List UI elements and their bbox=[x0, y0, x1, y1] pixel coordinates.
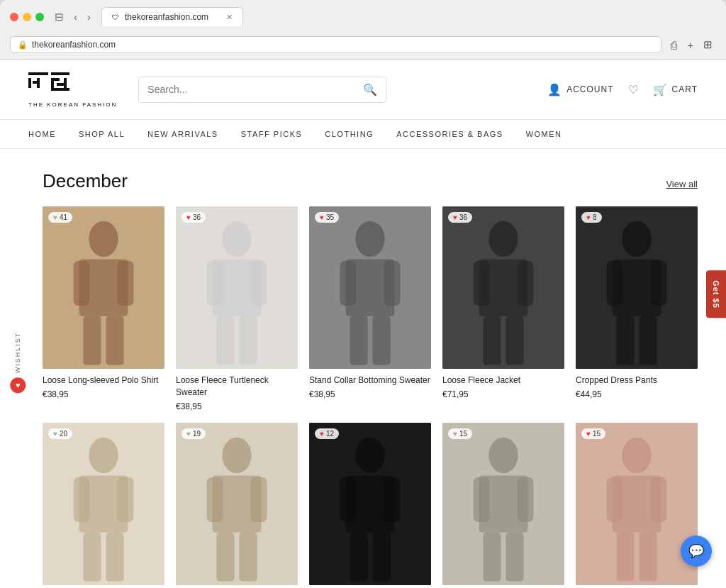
svg-rect-34 bbox=[474, 261, 490, 306]
svg-rect-51 bbox=[106, 533, 123, 582]
nav-home[interactable]: HOME bbox=[28, 120, 56, 148]
product-card[interactable]: ♥ 35 Stand Collar Bottoming Sweater €38,… bbox=[309, 206, 431, 411]
chat-btn[interactable]: 💬 bbox=[681, 536, 712, 567]
svg-rect-71 bbox=[483, 533, 501, 582]
product-image-wrap: ♥ 15 bbox=[442, 423, 564, 585]
svg-rect-77 bbox=[650, 477, 666, 522]
badge-heart-icon: ♥ bbox=[186, 213, 191, 221]
badge-heart-icon: ♥ bbox=[453, 213, 457, 221]
svg-rect-55 bbox=[207, 477, 223, 522]
nav-new-arrivals[interactable]: NEW ARRIVALS bbox=[147, 120, 218, 148]
account-btn[interactable]: 👤 ACCOUNT bbox=[547, 83, 613, 96]
heart-icon: ♡ bbox=[628, 83, 639, 96]
product-image-wrap: ♥ 15 bbox=[576, 423, 698, 585]
view-all-link[interactable]: View all bbox=[666, 179, 698, 189]
product-badge: ♥ 36 bbox=[182, 212, 206, 223]
search-bar: 🔍 bbox=[138, 77, 386, 103]
wishlist-btn[interactable]: ♡ bbox=[628, 83, 639, 96]
product-image-wrap: ♥ 8 bbox=[576, 206, 698, 369]
svg-point-25 bbox=[355, 221, 384, 257]
product-card[interactable]: ♥ 15 bbox=[442, 423, 564, 585]
cart-btn[interactable]: 🛒 CART bbox=[653, 83, 698, 96]
product-grid: ♥ 41 Loose Long-sleeved Polo Shirt €38,9… bbox=[28, 206, 698, 585]
nav-accessories[interactable]: ACCESSORIES & BAGS bbox=[396, 120, 503, 148]
browser-chrome: ⊟ ‹ › 🛡 thekoreanfashion.com ✕ 🔒 thekore… bbox=[0, 0, 726, 60]
product-card[interactable]: ♥ 41 Loose Long-sleeved Polo Shirt €38,9… bbox=[43, 206, 164, 411]
fullscreen-traffic-light[interactable] bbox=[35, 13, 44, 21]
product-name: Loose Fleece Turtleneck Sweater bbox=[176, 375, 298, 399]
nav-shop-all[interactable]: SHOP ALL bbox=[79, 120, 125, 148]
product-card[interactable]: ♥ 15 bbox=[576, 423, 698, 585]
product-image-wrap: ♥ 41 bbox=[43, 206, 164, 369]
product-badge: ♥ 36 bbox=[448, 212, 472, 223]
close-traffic-light[interactable] bbox=[10, 13, 18, 21]
product-likes: 35 bbox=[326, 213, 334, 221]
lock-icon: 🔒 bbox=[18, 40, 28, 50]
account-icon: 👤 bbox=[547, 83, 562, 96]
svg-rect-76 bbox=[607, 477, 623, 522]
badge-heart-icon: ♥ bbox=[320, 213, 324, 221]
product-card[interactable]: ♥ 36 Loose Fleece Turtleneck Sweater €38… bbox=[176, 206, 298, 411]
get5-btn[interactable]: Get $5 bbox=[706, 270, 726, 318]
search-input[interactable] bbox=[147, 84, 357, 95]
address-bar-row: 🔒 thekoreanfashion.com ⎙ + ⊞ bbox=[10, 32, 716, 59]
svg-rect-16 bbox=[106, 316, 123, 365]
sidebar-toggle-btn[interactable]: ⊟ bbox=[51, 9, 67, 25]
svg-rect-35 bbox=[517, 261, 533, 306]
product-card[interactable]: ♥ 19 bbox=[176, 423, 298, 585]
product-card[interactable]: ♥ 8 Cropped Dress Pants €44,95 bbox=[576, 206, 698, 411]
tab-favicon: 🛡 bbox=[112, 13, 119, 21]
nav-women[interactable]: WOMEN bbox=[526, 120, 562, 148]
svg-point-67 bbox=[488, 438, 518, 473]
product-image-wrap: ♥ 35 bbox=[309, 206, 431, 369]
active-tab[interactable]: 🛡 thekoreanfashion.com ✕ bbox=[101, 7, 243, 26]
svg-rect-23 bbox=[239, 316, 257, 365]
search-icon-btn[interactable]: 🔍 bbox=[363, 83, 377, 96]
svg-point-46 bbox=[89, 438, 118, 473]
product-price: €71,95 bbox=[442, 389, 564, 399]
svg-rect-70 bbox=[517, 477, 533, 522]
back-btn[interactable]: ‹ bbox=[70, 9, 81, 24]
svg-rect-41 bbox=[607, 261, 623, 306]
product-name: Loose Fleece Jacket bbox=[442, 375, 564, 387]
browser-window: ⊟ ‹ › 🛡 thekoreanfashion.com ✕ 🔒 thekore… bbox=[0, 0, 726, 588]
svg-point-32 bbox=[488, 221, 518, 257]
product-card[interactable]: ♥ 36 Loose Fleece Jacket €71,95 bbox=[442, 206, 564, 411]
address-bar[interactable]: 🔒 thekoreanfashion.com bbox=[10, 36, 661, 53]
nav-clothing[interactable]: CLOTHING bbox=[325, 120, 374, 148]
badge-heart-icon: ♥ bbox=[586, 430, 591, 438]
product-price: €38,95 bbox=[176, 401, 298, 411]
product-image-wrap: ♥ 20 bbox=[43, 423, 164, 585]
product-likes: 19 bbox=[193, 430, 201, 438]
product-likes: 36 bbox=[459, 213, 467, 221]
grid-icon[interactable]: ⊞ bbox=[700, 36, 716, 53]
svg-rect-48 bbox=[74, 477, 90, 522]
badge-heart-icon: ♥ bbox=[586, 213, 591, 221]
badge-heart-icon: ♥ bbox=[53, 213, 57, 221]
svg-rect-50 bbox=[83, 533, 101, 582]
site-logo[interactable]: The Korean Fashion bbox=[28, 71, 117, 108]
cart-label: CART bbox=[672, 84, 698, 94]
svg-rect-7 bbox=[51, 78, 60, 81]
product-badge: ♥ 41 bbox=[48, 212, 72, 223]
wishlist-heart-icon[interactable]: ♥ bbox=[10, 378, 26, 394]
minimize-traffic-light[interactable] bbox=[23, 13, 31, 21]
new-tab-icon[interactable]: + bbox=[683, 36, 697, 53]
traffic-lights bbox=[10, 13, 44, 21]
header-right: 👤 ACCOUNT ♡ 🛒 CART bbox=[547, 83, 698, 96]
product-price: €38,95 bbox=[309, 389, 431, 399]
product-card[interactable]: ♥ 20 bbox=[43, 423, 164, 585]
account-label: ACCOUNT bbox=[566, 84, 613, 94]
forward-btn[interactable]: › bbox=[84, 9, 94, 24]
cart-icon: 🛒 bbox=[653, 83, 668, 96]
site-nav: HOME SHOP ALL NEW ARRIVALS STAFF PICKS C… bbox=[0, 120, 726, 149]
site-header: The Korean Fashion 🔍 👤 ACCOUNT ♡ 🛒 CART bbox=[0, 60, 726, 120]
section-header: December View all bbox=[28, 170, 698, 192]
wishlist-label: WISHLIST bbox=[14, 332, 21, 374]
share-icon[interactable]: ⎙ bbox=[667, 36, 681, 53]
product-card[interactable]: ♥ 12 bbox=[309, 423, 431, 585]
product-price: €38,95 bbox=[43, 389, 164, 399]
nav-staff-picks[interactable]: STAFF PICKS bbox=[241, 120, 303, 148]
svg-point-18 bbox=[222, 221, 251, 257]
tab-close-btn[interactable]: ✕ bbox=[226, 13, 233, 22]
